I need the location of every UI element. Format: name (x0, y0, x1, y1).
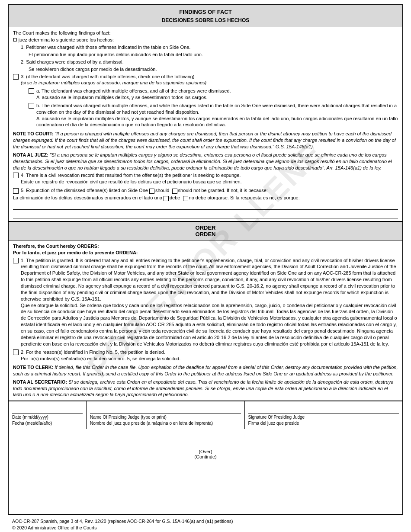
checkbox-item4[interactable] (13, 173, 19, 178)
nota-secretario-block: NOTA AL SECRETARIO: Si se deniega, archi… (13, 379, 398, 398)
footer-line2: © 2020 Administrative Office of the Cour… (12, 525, 399, 531)
note-court-block: NOTE TO COURT: "If a person is charged w… (13, 131, 398, 150)
note-clerk-label-en: NOTE TO CLERK: (13, 365, 53, 370)
note-court-label-en: NOTE TO COURT: (13, 131, 53, 136)
signature-row: Date (mm/dd/yyyy) Fecha (mes/día/año) Na… (9, 401, 402, 429)
debe-label: debe (170, 195, 180, 201)
findings-header: FINDINGS OF FACT DECISIONES SOBRE LOS HE… (9, 5, 402, 27)
judge-name-label-en: Name Of Presiding Judge (type or print) (90, 414, 241, 420)
judge-sig-line (248, 404, 399, 413)
over-es: (Continúe) (194, 454, 216, 459)
findings-body: The Court makes the following findings o… (9, 27, 402, 221)
blank-lines (13, 204, 398, 218)
item2-en: 2. Said charges were disposed of by a di… (21, 59, 398, 65)
nota-secretario-text-es: Si se deniega, archive esta Orden en el … (13, 379, 393, 397)
checkbox-item3[interactable] (13, 74, 19, 80)
outer-border: POR FAVOR LLENE FINDINGS OF FACT DECISIO… (8, 4, 403, 515)
item3-en: 3. (if the defendant was charged with mu… (21, 74, 195, 79)
note-court-text-en: "If a person is charged with multiple of… (13, 131, 396, 149)
judge-sig-label-es: Firma del juez que preside (248, 420, 399, 426)
note-clerk-block: NOTE TO CLERK: If denied, file this Orde… (13, 364, 398, 377)
order-title-en: ORDER (10, 224, 401, 231)
checkbox-no-debe[interactable] (183, 196, 188, 201)
footer-line1: AOC-CR-287 Spanish, page 3 of 4, Rev. 12… (12, 518, 399, 525)
therefore-es: Por lo tanto, el juez por medio de la pr… (13, 250, 138, 255)
judge-name-line (90, 404, 241, 413)
item5-en-granted: be granted. If not, it is because: (201, 187, 267, 194)
item4-en: 4. There is a civil revocation record th… (21, 173, 241, 178)
footer: AOC-CR-287 Spanish, page 3 of 4, Rev. 12… (8, 515, 403, 532)
item5-es2: otorgarse. Si la respuesta es no, es por… (207, 195, 299, 201)
note-clerk-text-en: If denied, file this Order in the case f… (13, 365, 398, 376)
checkbox-item3a[interactable] (29, 88, 34, 94)
nota-juez-block: NOTA AL JUEZ: "Si a una persona se le im… (13, 152, 398, 171)
order-item2-row: 2. For the reason(s) identified in Findi… (13, 349, 398, 363)
item2-es: Se resolvieron dichos cargos por medio d… (29, 66, 398, 73)
over-en: (Over) (199, 449, 212, 454)
judge-name-label-es: Nombre del juez que preside (a máquina o… (90, 420, 241, 426)
nota-juez-label-es: NOTA AL JUEZ: (13, 152, 48, 157)
item1-es: El peticionario fue imputado por aquello… (29, 51, 398, 58)
findings-subtitle: DECISIONES SOBRE LOS HECHOS (10, 16, 401, 24)
nota-secretario-label-es: NOTA AL SECRETARIO: (13, 379, 67, 385)
checkbox-item3b[interactable] (29, 103, 34, 109)
checkbox-debe[interactable] (164, 196, 169, 201)
item3-es: (si se le imputaron múltiples cargos al … (21, 80, 206, 85)
date-cell: Date (mm/dd/yyyy) Fecha (mes/día/año) (9, 401, 87, 429)
findings-title: FINDINGS OF FACT (10, 8, 401, 16)
order-item1-es: Que se otorgue la solicitud. Se ordena q… (21, 303, 397, 346)
item4-row: 4. There is a civil revocation record th… (13, 172, 398, 186)
order-item2-es: Por lo(s) motivo(s) señalado(s) en la de… (21, 356, 180, 361)
therefore-en: Therefore, the Court hereby ORDERS: (13, 244, 99, 249)
checkbox-order1[interactable] (13, 258, 19, 263)
should-not-label: should not (178, 187, 200, 194)
item3b-en: b. The defendant was charged with multip… (36, 103, 397, 115)
date-label-es: Fecha (mes/día/año) (12, 420, 83, 426)
item5-en-row: 5. Expunction of the dismissed offense(s… (13, 187, 398, 194)
blank-line-1 (13, 204, 398, 210)
order-item2-en: 2. For the reason(s) identified in Findi… (21, 349, 165, 355)
item3b-row: b. The defendant was charged with multip… (29, 103, 398, 129)
checkbox-should[interactable] (149, 189, 154, 194)
date-label-en: Date (mm/dd/yyyy) (12, 414, 83, 420)
intro-en: The Court makes the following findings o… (13, 30, 398, 36)
item3-row: 3. (if the defendant was charged with mu… (13, 74, 398, 87)
nota-juez-text-es: "Si a una persona se le imputan múltiple… (13, 152, 392, 170)
item3a-en: a. The defendant was charged with multip… (36, 88, 231, 93)
checkbox-item5[interactable] (13, 188, 19, 194)
therefore-block: Therefore, the Court hereby ORDERS: Por … (13, 243, 398, 256)
over-row: (Over) (Continúe) (9, 429, 402, 464)
item5-en-text: 5. Expunction of the dismissed offense(s… (21, 187, 148, 194)
item5-es-text: La eliminación de los delitos desestimad… (13, 195, 162, 201)
item5-es-row: La eliminación de los delitos desestimad… (13, 195, 398, 201)
should-label: should (155, 187, 169, 194)
item3a-es: Al acusado se le imputaron múltiples del… (36, 95, 208, 100)
item3a-row: a. The defendant was charged with multip… (29, 88, 398, 102)
checkbox-should-not[interactable] (172, 189, 177, 194)
item5-row: 5. Expunction of the dismissed offense(s… (13, 187, 398, 201)
item3b-es: Al acusado se le imputaron múltiples del… (36, 116, 398, 128)
order-item1-row: 1. The petition is granted. It is ordere… (13, 257, 398, 348)
item4-es: Existe un registro de revocación civil q… (21, 179, 242, 184)
blank-line-2 (13, 212, 398, 218)
judge-name-cell: Name Of Presiding Judge (type or print) … (87, 401, 245, 429)
order-header: ORDER ORDEN (9, 221, 402, 240)
intro-es: El juez determina lo siguiente sobre los… (13, 37, 398, 43)
item1-en: 1. Petitioner was charged with those off… (21, 44, 398, 51)
no-debe-label: no debe (189, 195, 206, 201)
checkbox-order2[interactable] (13, 349, 19, 355)
judge-sig-label-en: Signature Of Presiding Judge (248, 414, 399, 420)
date-line (12, 404, 83, 413)
order-body: Therefore, the Court hereby ORDERS: Por … (9, 240, 402, 401)
judge-sig-cell: Signature Of Presiding Judge Firma del j… (245, 401, 403, 429)
order-title-es: ORDEN (10, 231, 401, 237)
order-item1-en: 1. The petition is granted. It is ordere… (21, 258, 396, 301)
page: POR FAVOR LLENE FINDINGS OF FACT DECISIO… (0, 0, 411, 532)
